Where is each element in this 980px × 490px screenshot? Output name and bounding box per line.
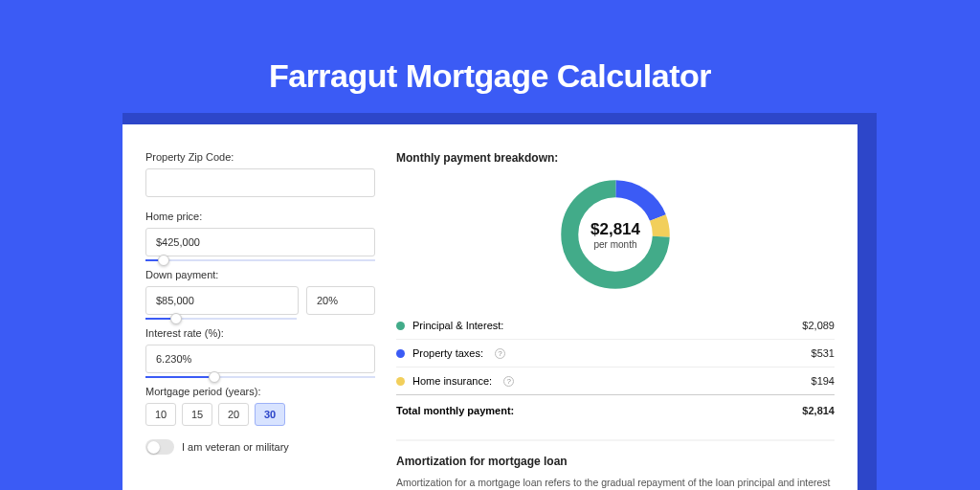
amortization-title: Amortization for mortgage loan — [396, 455, 835, 468]
results-panel: Monthly payment breakdown: $2,814 per mo… — [396, 151, 835, 490]
total-value: $2,814 — [802, 405, 835, 416]
slider-thumb[interactable] — [170, 313, 182, 324]
donut-amount: $2,814 — [590, 220, 640, 239]
home-price-label: Home price: — [145, 211, 375, 222]
veteran-toggle[interactable] — [145, 439, 174, 455]
slider-fill — [145, 376, 214, 378]
down-payment-group: Down payment: — [145, 269, 375, 320]
legend-label: Home insurance: — [412, 375, 492, 387]
slider-thumb[interactable] — [209, 371, 220, 383]
zip-field-group: Property Zip Code: — [145, 151, 375, 197]
slider-track — [145, 259, 375, 261]
period-options: 10152030 — [145, 403, 375, 426]
mortgage-period-group: Mortgage period (years): 10152030 — [145, 386, 375, 426]
input-panel: Property Zip Code: Home price: Down paym… — [145, 151, 375, 490]
legend-left: Principal & Interest: — [396, 320, 503, 331]
legend: Principal & Interest:$2,089Property taxe… — [396, 312, 835, 394]
slider-thumb[interactable] — [158, 255, 169, 266]
home-price-input[interactable] — [145, 228, 375, 256]
info-icon[interactable]: ? — [495, 348, 505, 359]
legend-label: Principal & Interest: — [412, 320, 503, 331]
zip-input[interactable] — [145, 168, 375, 197]
veteran-label: I am veteran or military — [182, 441, 289, 453]
donut-sub: per month — [593, 239, 636, 250]
legend-dot — [396, 349, 405, 358]
legend-label: Property taxes: — [412, 347, 483, 359]
down-payment-slider[interactable] — [145, 318, 297, 320]
veteran-row: I am veteran or military — [145, 439, 375, 455]
toggle-knob — [147, 441, 160, 454]
down-payment-input[interactable] — [145, 286, 299, 315]
interest-slider[interactable] — [145, 376, 375, 378]
legend-value: $194 — [812, 375, 835, 387]
total-row: Total monthly payment: $2,814 — [396, 394, 835, 424]
donut-chart-wrap: $2,814 per month — [396, 174, 835, 295]
mortgage-period-label: Mortgage period (years): — [145, 386, 375, 397]
amortization-section: Amortization for mortgage loan Amortizat… — [396, 439, 835, 490]
legend-left: Home insurance:? — [396, 375, 514, 387]
interest-group: Interest rate (%): — [145, 327, 375, 378]
legend-row: Home insurance:?$194 — [396, 367, 835, 394]
home-price-group: Home price: — [145, 211, 375, 261]
interest-input[interactable] — [145, 345, 375, 373]
period-option-10[interactable]: 10 — [145, 403, 176, 426]
donut-chart: $2,814 per month — [555, 174, 676, 295]
interest-label: Interest rate (%): — [145, 327, 375, 339]
legend-dot — [396, 377, 405, 386]
period-option-30[interactable]: 30 — [255, 403, 285, 426]
legend-row: Property taxes:?$531 — [396, 339, 835, 367]
donut-center: $2,814 per month — [555, 174, 676, 295]
total-label: Total monthly payment: — [396, 405, 514, 416]
legend-left: Property taxes:? — [396, 347, 505, 359]
breakdown-title: Monthly payment breakdown: — [396, 151, 835, 165]
page-title: Farragut Mortgage Calculator — [0, 0, 980, 116]
period-option-20[interactable]: 20 — [218, 403, 249, 426]
period-option-15[interactable]: 15 — [182, 403, 212, 426]
legend-value: $531 — [812, 347, 835, 359]
legend-dot — [396, 322, 405, 330]
zip-label: Property Zip Code: — [145, 151, 375, 163]
down-payment-label: Down payment: — [145, 269, 375, 280]
amortization-text: Amortization for a mortgage loan refers … — [396, 476, 835, 490]
legend-value: $2,089 — [802, 320, 835, 331]
down-payment-pct-input[interactable] — [306, 286, 375, 315]
calculator-card: Property Zip Code: Home price: Down paym… — [122, 124, 858, 490]
home-price-slider[interactable] — [145, 259, 375, 261]
legend-row: Principal & Interest:$2,089 — [396, 312, 835, 339]
info-icon[interactable]: ? — [503, 376, 514, 387]
